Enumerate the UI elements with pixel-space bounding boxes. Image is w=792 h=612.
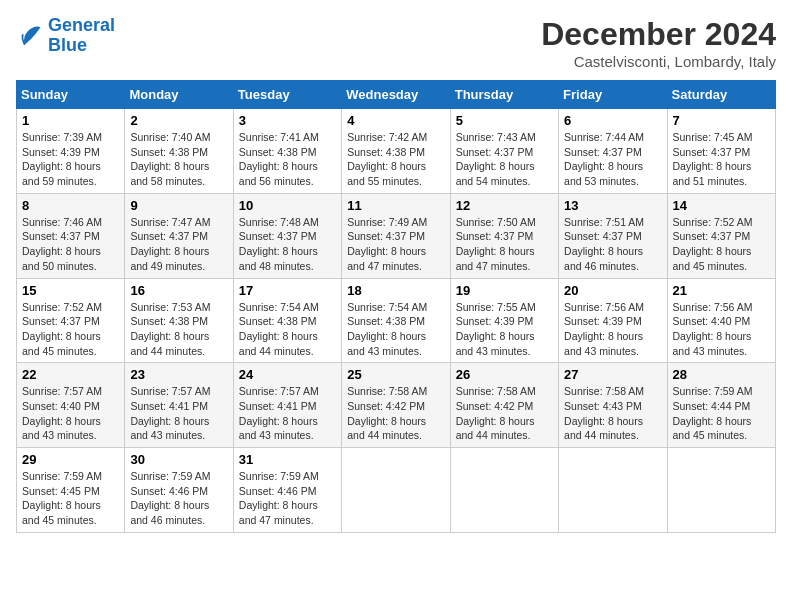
day-number: 15	[22, 283, 119, 298]
calendar-cell: 25 Sunrise: 7:58 AM Sunset: 4:42 PM Dayl…	[342, 363, 450, 448]
calendar-cell: 8 Sunrise: 7:46 AM Sunset: 4:37 PM Dayli…	[17, 193, 125, 278]
month-title: December 2024	[541, 16, 776, 53]
logo-text: General Blue	[48, 16, 115, 56]
calendar-cell: 23 Sunrise: 7:57 AM Sunset: 4:41 PM Dayl…	[125, 363, 233, 448]
day-info: Sunrise: 7:43 AM Sunset: 4:37 PM Dayligh…	[456, 130, 553, 189]
page-header: General Blue December 2024 Castelviscont…	[16, 16, 776, 70]
calendar-cell: 9 Sunrise: 7:47 AM Sunset: 4:37 PM Dayli…	[125, 193, 233, 278]
calendar-cell: 24 Sunrise: 7:57 AM Sunset: 4:41 PM Dayl…	[233, 363, 341, 448]
day-number: 21	[673, 283, 770, 298]
calendar-cell: 21 Sunrise: 7:56 AM Sunset: 4:40 PM Dayl…	[667, 278, 775, 363]
calendar-cell: 22 Sunrise: 7:57 AM Sunset: 4:40 PM Dayl…	[17, 363, 125, 448]
day-info: Sunrise: 7:50 AM Sunset: 4:37 PM Dayligh…	[456, 215, 553, 274]
calendar-cell: 19 Sunrise: 7:55 AM Sunset: 4:39 PM Dayl…	[450, 278, 558, 363]
calendar-cell: 31 Sunrise: 7:59 AM Sunset: 4:46 PM Dayl…	[233, 448, 341, 533]
day-info: Sunrise: 7:41 AM Sunset: 4:38 PM Dayligh…	[239, 130, 336, 189]
day-number: 10	[239, 198, 336, 213]
weekday-header-monday: Monday	[125, 81, 233, 109]
day-number: 13	[564, 198, 661, 213]
day-number: 14	[673, 198, 770, 213]
day-number: 7	[673, 113, 770, 128]
day-number: 11	[347, 198, 444, 213]
day-info: Sunrise: 7:59 AM Sunset: 4:44 PM Dayligh…	[673, 384, 770, 443]
title-block: December 2024 Castelvisconti, Lombardy, …	[541, 16, 776, 70]
day-info: Sunrise: 7:45 AM Sunset: 4:37 PM Dayligh…	[673, 130, 770, 189]
day-number: 23	[130, 367, 227, 382]
day-number: 6	[564, 113, 661, 128]
weekday-header-sunday: Sunday	[17, 81, 125, 109]
calendar-cell: 18 Sunrise: 7:54 AM Sunset: 4:38 PM Dayl…	[342, 278, 450, 363]
calendar-cell: 15 Sunrise: 7:52 AM Sunset: 4:37 PM Dayl…	[17, 278, 125, 363]
day-number: 5	[456, 113, 553, 128]
day-info: Sunrise: 7:47 AM Sunset: 4:37 PM Dayligh…	[130, 215, 227, 274]
calendar-cell: 16 Sunrise: 7:53 AM Sunset: 4:38 PM Dayl…	[125, 278, 233, 363]
calendar-cell: 10 Sunrise: 7:48 AM Sunset: 4:37 PM Dayl…	[233, 193, 341, 278]
day-info: Sunrise: 7:44 AM Sunset: 4:37 PM Dayligh…	[564, 130, 661, 189]
location: Castelvisconti, Lombardy, Italy	[541, 53, 776, 70]
calendar-week-3: 15 Sunrise: 7:52 AM Sunset: 4:37 PM Dayl…	[17, 278, 776, 363]
calendar-cell: 5 Sunrise: 7:43 AM Sunset: 4:37 PM Dayli…	[450, 109, 558, 194]
calendar-cell	[559, 448, 667, 533]
day-info: Sunrise: 7:39 AM Sunset: 4:39 PM Dayligh…	[22, 130, 119, 189]
weekday-header-thursday: Thursday	[450, 81, 558, 109]
day-info: Sunrise: 7:58 AM Sunset: 4:42 PM Dayligh…	[456, 384, 553, 443]
weekday-header-tuesday: Tuesday	[233, 81, 341, 109]
calendar-header-row: SundayMondayTuesdayWednesdayThursdayFrid…	[17, 81, 776, 109]
calendar-cell: 2 Sunrise: 7:40 AM Sunset: 4:38 PM Dayli…	[125, 109, 233, 194]
calendar-cell: 6 Sunrise: 7:44 AM Sunset: 4:37 PM Dayli…	[559, 109, 667, 194]
calendar-cell: 17 Sunrise: 7:54 AM Sunset: 4:38 PM Dayl…	[233, 278, 341, 363]
calendar-cell: 1 Sunrise: 7:39 AM Sunset: 4:39 PM Dayli…	[17, 109, 125, 194]
day-info: Sunrise: 7:56 AM Sunset: 4:39 PM Dayligh…	[564, 300, 661, 359]
day-number: 30	[130, 452, 227, 467]
calendar-cell: 28 Sunrise: 7:59 AM Sunset: 4:44 PM Dayl…	[667, 363, 775, 448]
day-info: Sunrise: 7:52 AM Sunset: 4:37 PM Dayligh…	[673, 215, 770, 274]
day-number: 25	[347, 367, 444, 382]
calendar-cell	[450, 448, 558, 533]
day-number: 18	[347, 283, 444, 298]
calendar-cell: 3 Sunrise: 7:41 AM Sunset: 4:38 PM Dayli…	[233, 109, 341, 194]
day-info: Sunrise: 7:59 AM Sunset: 4:45 PM Dayligh…	[22, 469, 119, 528]
weekday-header-wednesday: Wednesday	[342, 81, 450, 109]
day-info: Sunrise: 7:54 AM Sunset: 4:38 PM Dayligh…	[347, 300, 444, 359]
day-info: Sunrise: 7:57 AM Sunset: 4:41 PM Dayligh…	[239, 384, 336, 443]
day-info: Sunrise: 7:55 AM Sunset: 4:39 PM Dayligh…	[456, 300, 553, 359]
day-info: Sunrise: 7:53 AM Sunset: 4:38 PM Dayligh…	[130, 300, 227, 359]
weekday-header-friday: Friday	[559, 81, 667, 109]
day-number: 19	[456, 283, 553, 298]
day-info: Sunrise: 7:57 AM Sunset: 4:40 PM Dayligh…	[22, 384, 119, 443]
calendar-cell: 12 Sunrise: 7:50 AM Sunset: 4:37 PM Dayl…	[450, 193, 558, 278]
day-number: 3	[239, 113, 336, 128]
day-info: Sunrise: 7:58 AM Sunset: 4:42 PM Dayligh…	[347, 384, 444, 443]
calendar-cell: 30 Sunrise: 7:59 AM Sunset: 4:46 PM Dayl…	[125, 448, 233, 533]
day-info: Sunrise: 7:42 AM Sunset: 4:38 PM Dayligh…	[347, 130, 444, 189]
calendar-cell: 20 Sunrise: 7:56 AM Sunset: 4:39 PM Dayl…	[559, 278, 667, 363]
day-info: Sunrise: 7:52 AM Sunset: 4:37 PM Dayligh…	[22, 300, 119, 359]
day-number: 2	[130, 113, 227, 128]
calendar-cell: 26 Sunrise: 7:58 AM Sunset: 4:42 PM Dayl…	[450, 363, 558, 448]
day-number: 17	[239, 283, 336, 298]
day-info: Sunrise: 7:54 AM Sunset: 4:38 PM Dayligh…	[239, 300, 336, 359]
logo: General Blue	[16, 16, 115, 56]
day-info: Sunrise: 7:59 AM Sunset: 4:46 PM Dayligh…	[130, 469, 227, 528]
calendar-table: SundayMondayTuesdayWednesdayThursdayFrid…	[16, 80, 776, 533]
calendar-cell: 27 Sunrise: 7:58 AM Sunset: 4:43 PM Dayl…	[559, 363, 667, 448]
day-number: 26	[456, 367, 553, 382]
day-number: 12	[456, 198, 553, 213]
day-info: Sunrise: 7:56 AM Sunset: 4:40 PM Dayligh…	[673, 300, 770, 359]
day-info: Sunrise: 7:58 AM Sunset: 4:43 PM Dayligh…	[564, 384, 661, 443]
day-info: Sunrise: 7:46 AM Sunset: 4:37 PM Dayligh…	[22, 215, 119, 274]
day-number: 24	[239, 367, 336, 382]
calendar-cell: 11 Sunrise: 7:49 AM Sunset: 4:37 PM Dayl…	[342, 193, 450, 278]
calendar-week-1: 1 Sunrise: 7:39 AM Sunset: 4:39 PM Dayli…	[17, 109, 776, 194]
calendar-cell	[342, 448, 450, 533]
calendar-week-2: 8 Sunrise: 7:46 AM Sunset: 4:37 PM Dayli…	[17, 193, 776, 278]
day-info: Sunrise: 7:49 AM Sunset: 4:37 PM Dayligh…	[347, 215, 444, 274]
calendar-cell: 4 Sunrise: 7:42 AM Sunset: 4:38 PM Dayli…	[342, 109, 450, 194]
day-number: 31	[239, 452, 336, 467]
calendar-cell	[667, 448, 775, 533]
calendar-cell: 7 Sunrise: 7:45 AM Sunset: 4:37 PM Dayli…	[667, 109, 775, 194]
calendar-cell: 29 Sunrise: 7:59 AM Sunset: 4:45 PM Dayl…	[17, 448, 125, 533]
day-number: 28	[673, 367, 770, 382]
calendar-cell: 14 Sunrise: 7:52 AM Sunset: 4:37 PM Dayl…	[667, 193, 775, 278]
logo-bird-icon	[16, 22, 44, 50]
